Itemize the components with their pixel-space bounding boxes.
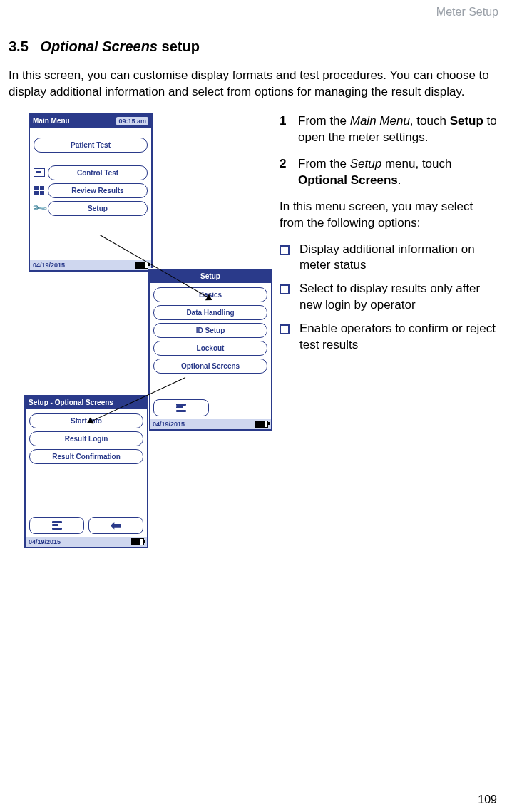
time-chip: 09:15 am <box>116 117 148 125</box>
list-nav-button[interactable] <box>153 399 209 416</box>
result-confirmation-button[interactable]: Result Confirmation <box>29 449 143 464</box>
step-italic: Setup <box>350 157 381 170</box>
step-text: From the <box>298 157 350 170</box>
heading-title-rest: setup <box>158 38 200 54</box>
figure-area: Main Menu 09:15 am Patient Test Control … <box>9 113 272 641</box>
device-setup-date: 04/19/2015 <box>153 421 185 428</box>
menu-intro: In this menu screen, you may select from… <box>280 199 498 232</box>
page-number: 109 <box>478 793 497 806</box>
step-1: 1 From the Main Menu, touch Setup to ope… <box>280 113 498 146</box>
titlebar-setup-label: Setup <box>200 272 220 280</box>
data-handling-button[interactable]: Data Handling <box>153 305 267 320</box>
control-test-button[interactable]: Control Test <box>48 165 148 180</box>
review-results-button[interactable]: Review Results <box>48 183 148 198</box>
optional-screens-button[interactable]: Optional Screens <box>153 359 267 374</box>
titlebar-main-label: Main Menu <box>33 117 70 125</box>
device-optional-bottom: 04/19/2015 <box>26 537 147 547</box>
device-setup-bottom: 04/19/2015 <box>150 419 271 429</box>
battery-icon <box>135 262 148 269</box>
list-item: Enable operators to confirm or reject te… <box>299 321 498 354</box>
list-icon <box>52 521 62 530</box>
titlebar-optional-label: Setup - Optional Screens <box>29 399 113 406</box>
titlebar-main: Main Menu 09:15 am <box>30 115 151 128</box>
step-number: 1 <box>280 113 298 146</box>
device-main-date: 04/19/2015 <box>33 262 65 269</box>
titlebar-setup: Setup <box>150 270 271 283</box>
chapter-tag: Meter Setup <box>9 0 498 19</box>
step-text: From the <box>298 114 350 128</box>
step-bold: Optional Screens <box>298 173 398 187</box>
patient-test-button[interactable]: Patient Test <box>34 138 148 153</box>
step-bold: Setup <box>450 114 483 128</box>
intro-paragraph: In this screen, you can customise displa… <box>9 68 498 101</box>
list-icon <box>176 404 186 412</box>
battery-icon <box>255 421 268 428</box>
device-main-menu: Main Menu 09:15 am Patient Test Control … <box>29 113 153 272</box>
id-setup-button[interactable]: ID Setup <box>153 323 267 338</box>
section-heading: 3.5 Optional Screens setup <box>9 38 498 55</box>
device-setup: Setup Basics Data Handling ID Setup Lock… <box>148 269 272 431</box>
step-text: menu, touch <box>381 157 451 170</box>
step-italic: Main Menu <box>350 114 410 128</box>
step-text: . <box>398 173 401 187</box>
arrow-left-icon: ⬅ <box>111 519 121 532</box>
heading-number: 3.5 <box>9 38 29 54</box>
step-2: 2 From the Setup menu, touch Optional Sc… <box>280 156 498 189</box>
setup-button[interactable]: Setup <box>48 201 148 216</box>
list-nav-button[interactable] <box>29 517 84 534</box>
step-number: 2 <box>280 156 298 189</box>
back-button[interactable]: ⬅ <box>88 517 143 534</box>
instructions-column: 1 From the Main Menu, touch Setup to ope… <box>272 113 498 361</box>
device-optional-date: 04/19/2015 <box>29 538 61 545</box>
wrench-icon: 🔧 <box>34 202 45 214</box>
lockout-button[interactable]: Lockout <box>153 341 267 356</box>
step-text: , touch <box>410 114 450 128</box>
device-main-bottom: 04/19/2015 <box>30 260 151 270</box>
result-login-button[interactable]: Result Login <box>29 431 143 446</box>
results-icon <box>34 185 45 196</box>
test-strip-icon <box>34 167 45 178</box>
list-item: Select to display results only after new… <box>299 281 498 314</box>
heading-title-italic: Optional Screens <box>40 38 158 54</box>
battery-icon <box>131 538 144 545</box>
device-optional-screens: Setup - Optional Screens Start Info Resu… <box>24 395 148 548</box>
list-item: Display additional information on meter … <box>299 242 498 274</box>
options-list: Display additional information on meter … <box>280 242 498 354</box>
